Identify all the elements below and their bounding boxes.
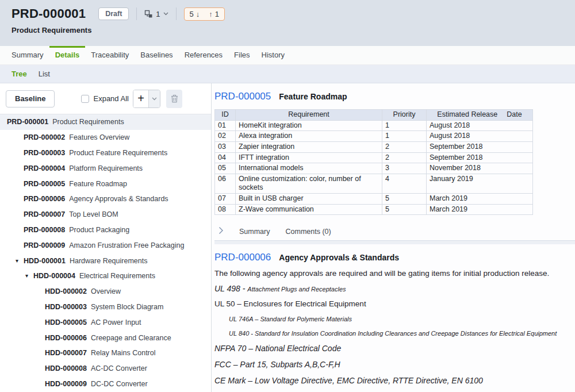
tree-item-hdd-000002[interactable]: HDD-000002Overview — [0, 284, 211, 299]
subtab-tree[interactable]: Tree — [6, 70, 33, 78]
tree-item-hdd-000008[interactable]: HDD-000008AC-DC Converter — [0, 361, 211, 376]
standard-line: UL 840 - Standard for Insulation Coordin… — [214, 330, 575, 337]
tree-item-name: Overview — [91, 287, 121, 295]
table-cell: IFTT integration — [236, 152, 382, 163]
tree-item-prd-000009[interactable]: PRD-000009Amazon Frustration Free Packag… — [0, 237, 211, 253]
tree-item-hdd-000005[interactable]: HDD-000005AC Power Input — [0, 314, 211, 330]
tree-item-hdd-000003[interactable]: HDD-000003System Block Diagram — [0, 299, 211, 315]
status-badge: Draft — [98, 7, 129, 20]
table-cell: 06 — [215, 174, 236, 193]
tree-item-hdd-000009[interactable]: HDD-000009DC-DC Converter — [0, 376, 211, 392]
table-row: 08Z-Wave communication5March 2019 — [215, 204, 533, 215]
tree-item-name: Feature Roadmap — [69, 180, 127, 188]
version-selector[interactable]: 1 — [144, 10, 168, 18]
table-cell: August 2018 — [427, 131, 533, 142]
item-id-link[interactable]: PRD-000005 — [214, 91, 271, 102]
standard-line: CE Mark – Low Voltage Directive, EMC Dir… — [214, 376, 575, 385]
table-cell: HomeKit integration — [236, 120, 382, 131]
tab-references[interactable]: References — [179, 46, 228, 64]
table-row: 01HomeKit integration1August 2018 — [215, 120, 533, 131]
table-cell: 03 — [215, 141, 236, 152]
comments-tab[interactable]: Comments (0) — [285, 228, 331, 236]
tab-baselines[interactable]: Baselines — [135, 46, 178, 64]
tree-item-hdd-000006[interactable]: HDD-000006Creepage and Clearance — [0, 330, 211, 345]
downstream-count: 5 — [190, 10, 194, 18]
tree-item-code: PRD-000009 — [24, 241, 65, 249]
tree-item-prd-000004[interactable]: PRD-000004Platform Requirements — [0, 160, 211, 176]
table-row: 07Built in USB charger5March 2019 — [215, 194, 533, 205]
tree-item-prd-000006[interactable]: PRD-000006Agency Approvals & Standards — [0, 191, 211, 207]
expand-chevron-icon[interactable] — [218, 226, 224, 237]
tree-item-name: Top Level BOM — [69, 210, 118, 218]
table-cell: September 2018 — [427, 152, 533, 163]
standards-list: UL 498 - Attachment Plugs and Receptacle… — [214, 284, 575, 392]
tree-item-hdd-000007[interactable]: HDD-000007Relay Mains Control — [0, 345, 211, 361]
caret-down-icon[interactable]: ▾ — [25, 273, 33, 279]
table-cell: 2 — [382, 141, 427, 152]
item-tree: PRD-000001Product RequirementsPRD-000002… — [0, 114, 211, 392]
table-cell: March 2019 — [427, 204, 533, 215]
tree-item-hdd-000001[interactable]: ▾HDD-000001Hardware Requirements — [0, 253, 211, 268]
tree-item-prd-000001[interactable]: PRD-000001Product Requirements — [0, 114, 211, 130]
tree-item-prd-000007[interactable]: PRD-000007Top Level BOM — [0, 207, 211, 222]
tree-item-name: Product Packaging — [69, 226, 129, 234]
divider — [136, 7, 137, 20]
tree-item-prd-000002[interactable]: PRD-000002Features Overview — [0, 130, 211, 145]
standard-detail: Attachment Plugs and Receptacles — [247, 286, 346, 293]
expand-all-control[interactable]: Expand All — [81, 94, 128, 103]
column-header: ID — [215, 110, 236, 121]
add-item-menu-button[interactable] — [149, 90, 160, 107]
standard-line: UL 498 - Attachment Plugs and Receptacle… — [214, 284, 575, 293]
tree-item-code: HDD-000001 — [24, 257, 66, 265]
column-header: Priority — [382, 110, 427, 121]
tree-item-code: HDD-000006 — [45, 334, 87, 342]
expand-all-label: Expand All — [93, 94, 128, 103]
standard-line: UL 746A – Standard for Polymeric Materia… — [214, 316, 575, 322]
table-cell: 3 — [382, 163, 427, 174]
table-cell: 07 — [215, 194, 236, 205]
tree-item-prd-000003[interactable]: PRD-000003Product Feature Requirements — [0, 145, 211, 161]
delete-item-button[interactable] — [166, 90, 182, 108]
item-id-link[interactable]: PRD-000006 — [214, 252, 271, 263]
tree-item-name: AC Power Input — [91, 318, 141, 326]
relationship-count-badge[interactable]: 5 ↓ ↑ 1 — [184, 7, 225, 21]
tab-history[interactable]: History — [256, 46, 290, 64]
tree-item-code: HDD-000008 — [45, 364, 87, 372]
summary-tab[interactable]: Summary — [239, 228, 270, 236]
column-header: Requirement — [236, 110, 382, 121]
tree-item-prd-000005[interactable]: PRD-000005Feature Roadmap — [0, 176, 211, 191]
project-tree-panel: Baseline Expand All + — [0, 83, 212, 392]
tree-item-code: PRD-000008 — [24, 226, 65, 234]
divider — [176, 7, 177, 20]
section-divider — [214, 240, 575, 244]
table-cell: September 2018 — [427, 141, 533, 152]
tree-item-code: HDD-000004 — [33, 272, 75, 280]
tree-item-name: Amazon Frustration Free Packaging — [69, 241, 184, 249]
version-count: 1 — [156, 10, 160, 18]
tab-files[interactable]: Files — [228, 46, 255, 64]
trash-icon — [171, 94, 178, 103]
tree-toolbar: Baseline Expand All + — [0, 83, 211, 114]
tree-item-code: HDD-000009 — [45, 380, 87, 388]
item-name: Agency Approvals & Standards — [279, 253, 399, 262]
caret-down-icon[interactable]: ▾ — [16, 258, 24, 264]
tab-details[interactable]: Details — [49, 46, 86, 64]
tree-item-code: PRD-000005 — [24, 180, 65, 188]
baseline-button[interactable]: Baseline — [6, 90, 55, 107]
tree-item-code: PRD-000004 — [24, 164, 65, 172]
tab-summary[interactable]: Summary — [6, 46, 49, 64]
expand-all-checkbox[interactable] — [81, 95, 89, 103]
tree-item-prd-000008[interactable]: PRD-000008Product Packaging — [0, 222, 211, 238]
table-row: 03Zapier integration2September 2018 — [215, 141, 533, 152]
subtab-list[interactable]: List — [33, 70, 56, 78]
tree-item-hdd-000004[interactable]: ▾HDD-000004Electrical Requirements — [0, 268, 211, 284]
add-item-button[interactable]: + — [133, 90, 149, 107]
down-arrow-icon: ↓ — [196, 10, 200, 18]
table-cell: 2 — [382, 152, 427, 163]
tree-item-name: Hardware Requirements — [70, 257, 147, 265]
tree-item-name: Features Overview — [69, 133, 129, 141]
tab-traceability[interactable]: Traceability — [85, 46, 135, 64]
tree-item-code: PRD-000002 — [24, 133, 65, 141]
tree-item-name: Creepage and Clearance — [91, 334, 171, 342]
table-cell: 02 — [215, 131, 236, 142]
